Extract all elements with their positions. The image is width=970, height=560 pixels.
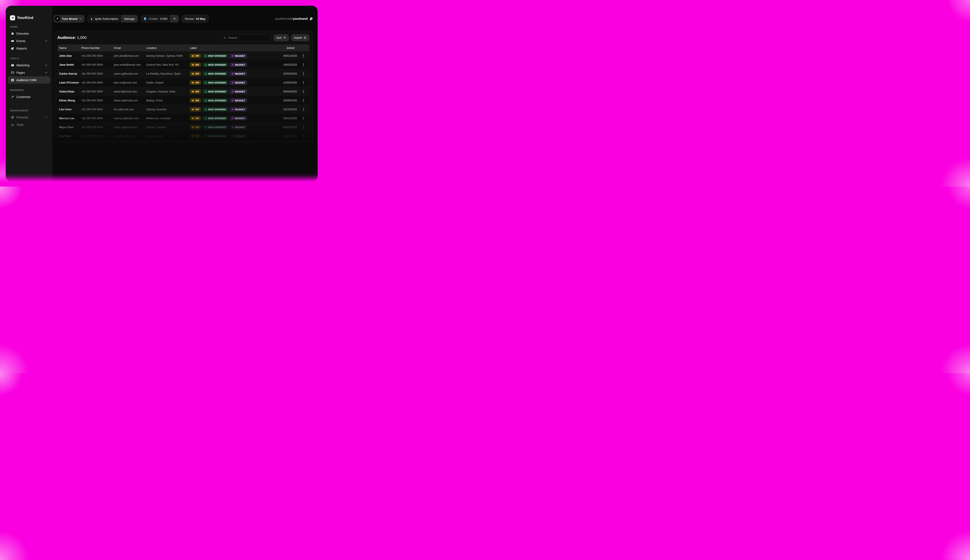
audience-title-label: Audience: — [57, 35, 76, 40]
badge-label: MAGNET — [235, 126, 245, 128]
row-menu-kebab-icon[interactable] — [301, 71, 306, 76]
grapes-icon — [231, 55, 234, 57]
row-menu-kebab-icon[interactable] — [301, 89, 306, 94]
sidebar-item-audience-crm[interactable]: Audience CRM — [8, 76, 50, 84]
sidebar-section-label: BRANDING — [10, 89, 50, 92]
cell-name: Marcus Lee — [57, 117, 80, 120]
bank-icon — [204, 90, 207, 93]
badge-label: VIP — [195, 108, 199, 111]
cell-labels: VIPHIGH SPENDERMAGNET — [188, 134, 274, 138]
share-url-brand: yourbrand — [293, 17, 308, 20]
column-header-name: Name — [57, 46, 80, 50]
badge-label: HIGH SPENDER — [208, 135, 226, 138]
cell-location: Beijing, China — [144, 99, 188, 102]
cell-phone: +61 000 000 0000 — [80, 90, 112, 93]
sort-arrows-icon — [283, 36, 286, 39]
cell-location: La Rambla, Barcelona, Spain — [144, 72, 188, 75]
badge-high_spender: HIGH SPENDER — [202, 98, 228, 103]
gold-ticket-icon — [192, 55, 194, 57]
grapes-icon — [231, 82, 234, 84]
cell-name: Lila Chen — [57, 108, 80, 111]
cell-location: Darling Harbour, Sydney, NSW — [144, 54, 188, 57]
badge-high_spender: HIGH SPENDER — [202, 89, 228, 94]
cell-location: Toronto, Canada — [144, 126, 188, 129]
sidebar-item-label: Overview — [17, 32, 48, 35]
badge-high_spender: HIGH SPENDER — [202, 80, 228, 85]
gold-ticket-icon — [192, 90, 194, 93]
sidebar-item-reports[interactable]: Reports — [8, 45, 50, 52]
cell-phone: +61 000 000 0000 — [80, 117, 112, 120]
search-input[interactable] — [228, 36, 269, 40]
row-menu-kebab-icon[interactable] — [301, 134, 306, 139]
badge-label: MAGNET — [235, 90, 245, 93]
share-url: yourkind.io/b/yourbrand — [275, 17, 313, 21]
gold-ticket-icon — [192, 126, 194, 128]
cell-actions — [298, 53, 309, 58]
cell-joined: 22/03/2025 — [274, 72, 298, 75]
row-menu-kebab-icon[interactable] — [301, 107, 306, 112]
gold-ticket-icon — [192, 135, 194, 138]
chevron-down-icon — [45, 116, 48, 118]
brand-name: YourKind — [17, 16, 33, 20]
badge-label: VIP — [195, 126, 199, 128]
row-menu-kebab-icon[interactable] — [301, 62, 306, 67]
page-title: Audience: 1,000 — [57, 35, 87, 40]
sidebar-item-marketing[interactable]: Marketing — [8, 62, 50, 69]
sidebar-item-pages[interactable]: Pages — [8, 69, 50, 76]
grapes-icon — [231, 117, 234, 120]
sort-button[interactable]: Sort — [274, 34, 289, 41]
table-header: NamePhone NumberEmailLocationLabelJoined — [57, 44, 309, 51]
sidebar-section-label: TOOLS — [10, 57, 50, 60]
gold-ticket-icon — [192, 82, 194, 84]
row-menu-kebab-icon[interactable] — [301, 80, 306, 85]
cell-joined: 30/01/2025 — [274, 54, 298, 57]
cell-actions — [298, 71, 309, 76]
row-menu-kebab-icon[interactable] — [301, 116, 306, 121]
cell-labels: VIPHIGH SPENDERMAGNET — [188, 107, 274, 112]
subscription-pill: Ignite Subscription Manage — [87, 15, 138, 23]
row-menu-kebab-icon[interactable] — [301, 125, 306, 130]
bank-icon — [204, 99, 207, 102]
add-credits-button[interactable]: + — [170, 15, 179, 23]
cell-location: Mumbai, India — [144, 135, 188, 138]
sidebar-item-overview[interactable]: Overview — [8, 30, 50, 37]
ticket-icon — [11, 39, 14, 43]
cell-labels: VIPHIGH SPENDERMAGNET — [188, 80, 274, 85]
cell-labels: VIPHIGH SPENDERMAGNET — [188, 72, 274, 76]
badge-magnet: MAGNET — [229, 134, 247, 138]
table-row: Raj Patel+61 000 000 0000raj.p@email.com… — [57, 132, 309, 140]
audience-count: 1,000 — [77, 35, 87, 40]
sidebar-item-customise[interactable]: Customise — [8, 93, 50, 100]
badge-high_spender: HIGH SPENDER — [202, 53, 228, 58]
cell-email: aisha.k@email.com — [112, 90, 144, 93]
cell-actions — [298, 89, 309, 94]
bank-icon — [204, 108, 207, 111]
grapes-icon — [231, 126, 234, 128]
badge-label: MAGNET — [235, 72, 245, 75]
bank-icon — [204, 117, 207, 120]
cell-joined: 12/05/2025 — [274, 81, 298, 84]
upload-icon — [304, 36, 306, 39]
import-button[interactable]: Import — [291, 34, 309, 41]
sidebar-item-events[interactable]: Events — [8, 37, 50, 45]
cell-name: Liam O'Connor — [57, 81, 80, 84]
row-menu-kebab-icon[interactable] — [301, 98, 306, 103]
sidebar-item-label: Team — [17, 123, 48, 127]
copy-icon[interactable] — [309, 17, 313, 21]
app-window: YourKind HOMEOverviewEventsReportsTOOLSM… — [6, 6, 318, 181]
cell-email: john.doe@email.com — [112, 54, 144, 57]
cell-name: Jane Smith — [57, 63, 80, 66]
badge-label: VIP — [195, 55, 199, 57]
paintbrush-icon — [11, 95, 14, 98]
manage-button[interactable]: Manage — [121, 15, 138, 23]
brand-avatar — [55, 16, 60, 22]
cell-actions — [298, 98, 309, 103]
sidebar-item-team[interactable]: Team — [8, 121, 50, 128]
row-menu-kebab-icon[interactable] — [301, 53, 306, 58]
brand-switcher-pill[interactable]: Your Brand — [54, 15, 84, 23]
badge-label: HIGH SPENDER — [208, 55, 226, 57]
renew-pill: Renew: 15 May — [182, 15, 209, 23]
cell-labels: VIPHIGH SPENDERMAGNET — [188, 98, 274, 103]
sidebar-item-finances[interactable]: $Finances — [8, 113, 50, 121]
grapes-icon — [231, 90, 234, 93]
